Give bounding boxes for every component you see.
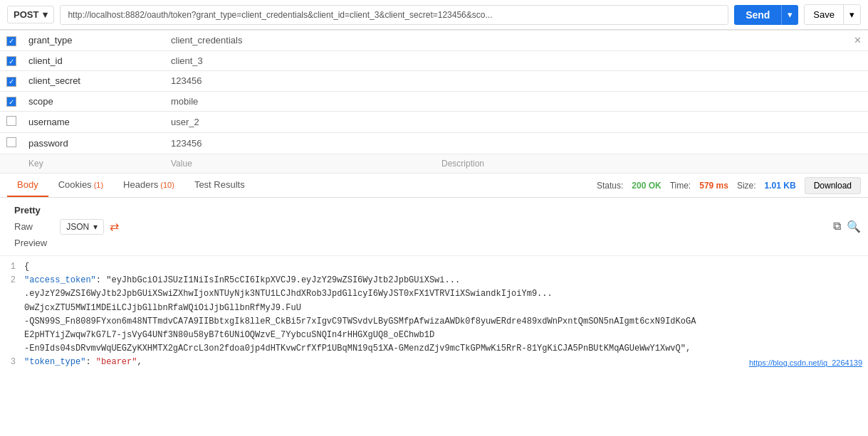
param-key: scope	[23, 91, 165, 112]
row-check-cell: ✓	[0, 31, 23, 51]
param-value: client_credentials	[165, 31, 436, 51]
line-number: 4	[7, 370, 24, 371]
response-tab-cookies[interactable]: Cookies (1)	[48, 174, 113, 197]
line-content: "expires_in": 59999	[24, 370, 122, 371]
method-selector[interactable]: POST ▾	[7, 6, 54, 23]
json-line: 2 "access_token": "eyJhbGciOiJSUzI1NiIsI…	[7, 274, 861, 287]
row-check-cell	[0, 133, 23, 154]
param-delete	[847, 71, 868, 92]
param-value: 123456	[165, 133, 436, 154]
wrap-icon[interactable]: ⇄	[110, 220, 119, 233]
json-line: E2pHTYijZwqw7kG7L7-jsVyG4UNf3N80u58yB7t6…	[7, 329, 861, 342]
param-delete	[847, 50, 868, 71]
format-select-label: JSON	[66, 222, 89, 232]
header-check-col	[0, 154, 23, 174]
line-content: {	[24, 260, 29, 274]
save-button-group: Save ▾	[804, 4, 861, 25]
size-value: 1.01 KB	[765, 181, 796, 191]
param-checkbox[interactable]: ✓	[6, 97, 16, 107]
param-value: 123456	[165, 71, 436, 92]
format-bar: PrettyRawPreview JSON ▾ ⇄ ⧉ 🔍	[0, 198, 868, 256]
table-row: ✓ scope mobile	[0, 91, 868, 112]
json-line: .eyJzY29wZSI6WyJtb2JpbGUiXSwiZXhwIjoxNTU…	[7, 287, 861, 301]
time-value: 579 ms	[699, 181, 728, 191]
save-button[interactable]: Save	[805, 5, 843, 24]
param-desc	[436, 133, 847, 154]
search-icon[interactable]: 🔍	[847, 220, 861, 233]
line-content: .eyJzY29wZSI6WyJtb2JpbGUiXSwiZXhwIjoxNTU…	[24, 287, 553, 301]
top-bar: POST ▾ Send ▾ Save ▾	[0, 0, 868, 30]
table-row: ✓ client_secret 123456	[0, 71, 868, 92]
format-tabs: PrettyRawPreview	[7, 202, 54, 251]
header-key-col: Key	[23, 154, 165, 174]
line-content: E2pHTYijZwqw7kG7L7-jsVyG4UNf3N80u58yB7t6…	[24, 329, 434, 342]
watermark-link[interactable]: https://blog.csdn.net/iq_2264139	[749, 358, 862, 367]
line-content: "access_token": "eyJhbGciOiJSUzI1NiIsInR…	[24, 274, 460, 287]
param-key: grant_type	[23, 31, 165, 51]
param-delete	[847, 112, 868, 133]
param-checkbox[interactable]	[6, 137, 16, 147]
param-value: mobile	[165, 91, 436, 112]
param-delete[interactable]: ✕	[847, 31, 868, 51]
line-number: 3	[7, 356, 24, 369]
line-number: 2	[7, 274, 24, 287]
response-tab-headers[interactable]: Headers (10)	[113, 174, 184, 197]
params-table: ✓ grant_type client_credentials ✕ ✓ clie…	[0, 30, 868, 174]
param-checkbox[interactable]: ✓	[6, 77, 16, 87]
param-value: client_3	[165, 50, 436, 71]
header-delete-col	[847, 154, 868, 174]
param-key: client_id	[23, 50, 165, 71]
save-dropdown-button[interactable]: ▾	[843, 5, 860, 24]
method-chevron-icon: ▾	[43, 9, 48, 20]
table-row: ✓ grant_type client_credentials ✕	[0, 31, 868, 51]
tab-badge: (1)	[92, 181, 104, 189]
param-desc	[436, 112, 847, 133]
status-bar: Status: 200 OK Time: 579 ms Size: 1.01 K…	[597, 177, 861, 194]
json-content[interactable]: 1{2 "access_token": "eyJhbGciOiJSUzI1NiI…	[0, 256, 868, 370]
response-tabs: BodyCookies (1)Headers (10)Test Results	[7, 174, 255, 197]
header-desc-col: Description	[436, 154, 847, 174]
line-content: -En9Ids04sDRvmvWqUEGZyKXHMTX2gACrcL3on2f…	[24, 342, 691, 356]
params-section: ✓ grant_type client_credentials ✕ ✓ clie…	[0, 30, 868, 174]
param-desc	[436, 50, 847, 71]
param-key: username	[23, 112, 165, 133]
send-button-group: Send ▾	[734, 5, 798, 25]
row-check-cell: ✓	[0, 91, 23, 112]
status-label: Status:	[597, 181, 623, 191]
response-tab-test-results[interactable]: Test Results	[184, 174, 255, 197]
format-select[interactable]: JSON ▾	[60, 219, 104, 235]
param-checkbox[interactable]	[6, 116, 16, 126]
table-row: password 123456	[0, 133, 868, 154]
format-tab-pretty[interactable]: Pretty	[7, 202, 54, 218]
url-input[interactable]	[60, 5, 728, 25]
param-desc	[436, 91, 847, 112]
param-delete	[847, 91, 868, 112]
table-row: ✓ client_id client_3	[0, 50, 868, 71]
format-tab-preview[interactable]: Preview	[7, 235, 54, 251]
json-line: 1{	[7, 260, 861, 274]
line-content: -QSN99S_Fn8089FYxon6m48NTTmdvCA7A9IIBbtx…	[24, 315, 696, 329]
download-button[interactable]: Download	[805, 177, 861, 194]
send-dropdown-button[interactable]: ▾	[781, 5, 798, 25]
json-line: -QSN99S_Fn8089FYxon6m48NTTmdvCA7A9IIBbtx…	[7, 315, 861, 329]
param-value: user_2	[165, 112, 436, 133]
response-tab-body[interactable]: Body	[7, 174, 48, 197]
size-label: Size:	[737, 181, 756, 191]
line-content: "token_type": "bearer",	[24, 356, 142, 369]
param-checkbox[interactable]: ✓	[6, 56, 16, 66]
param-key: password	[23, 133, 165, 154]
row-check-cell: ✓	[0, 71, 23, 92]
format-tab-raw[interactable]: Raw	[7, 218, 54, 235]
content-wrapper: 1{2 "access_token": "eyJhbGciOiJSUzI1NiI…	[0, 256, 868, 370]
json-line: 3 "token_type": "bearer",	[7, 356, 861, 369]
param-checkbox[interactable]: ✓	[6, 36, 16, 46]
copy-icon[interactable]: ⧉	[833, 220, 841, 233]
line-content: 0wZjcxZTU5MWI1MDEiLCJjbGllbnRfaWQiOiJjbG…	[24, 302, 301, 315]
json-line: -En9Ids04sDRvmvWqUEGZyKXHMTX2gACrcL3on2f…	[7, 342, 861, 356]
param-delete	[847, 133, 868, 154]
json-line: 4 "expires_in": 59999	[7, 370, 861, 371]
row-check-cell: ✓	[0, 50, 23, 71]
tab-badge: (10)	[158, 181, 174, 189]
param-desc	[436, 31, 847, 51]
send-button[interactable]: Send	[734, 5, 781, 25]
